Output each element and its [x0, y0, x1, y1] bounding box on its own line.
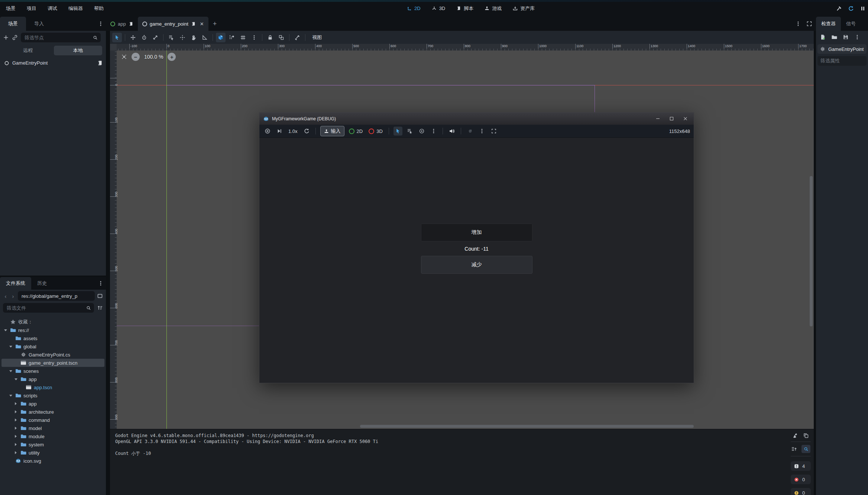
- file-tree-item[interactable]: model: [1, 424, 104, 432]
- select-tool-button[interactable]: [112, 33, 122, 42]
- move-tool-button[interactable]: [128, 33, 138, 42]
- file-tree-item[interactable]: app: [1, 400, 104, 408]
- filter-files-input[interactable]: [6, 305, 84, 311]
- reset-speed-button[interactable]: [302, 127, 311, 136]
- scene-tabs-menu-icon[interactable]: [795, 21, 801, 27]
- file-tree-item[interactable]: module: [1, 432, 104, 440]
- messages-badge[interactable]: 4: [791, 461, 811, 471]
- lock-node-button[interactable]: [265, 33, 275, 42]
- nav-forward-icon[interactable]: ›: [10, 293, 16, 299]
- collapse-duplicates-icon[interactable]: [791, 446, 797, 452]
- clear-output-icon[interactable]: [793, 433, 799, 439]
- center-view-icon[interactable]: [121, 54, 127, 60]
- new-scene-tab-button[interactable]: +: [208, 17, 221, 31]
- view-menu-button[interactable]: 视图: [308, 33, 326, 42]
- smart-snap-button[interactable]: [216, 33, 226, 42]
- copy-output-icon[interactable]: [803, 433, 809, 439]
- pixel-snap-button[interactable]: [227, 33, 237, 42]
- split-view-icon[interactable]: [97, 293, 103, 299]
- pan-tool-button[interactable]: [189, 33, 198, 42]
- warnings-badge[interactable]: 0: [791, 488, 811, 495]
- distraction-free-icon[interactable]: [806, 21, 812, 27]
- expand-arrow[interactable]: [13, 435, 18, 438]
- attached-script-icon[interactable]: [97, 60, 103, 66]
- file-tree-item[interactable]: assets: [1, 334, 104, 342]
- workspace-游戏[interactable]: 游戏: [485, 5, 502, 12]
- workspace-2d[interactable]: 2D: [407, 6, 421, 11]
- scale-tool-button[interactable]: [150, 33, 160, 42]
- filter-nodes-input[interactable]: [24, 35, 91, 41]
- file-tree-item[interactable]: app: [1, 375, 104, 383]
- select-options-button[interactable]: [429, 127, 438, 136]
- file-tree-item[interactable]: system: [1, 440, 104, 449]
- input-device-button[interactable]: [466, 127, 475, 136]
- file-tree-item[interactable]: scenes: [1, 367, 104, 375]
- tab-signals[interactable]: 信号: [841, 17, 861, 31]
- scene-tab-app[interactable]: app: [106, 17, 138, 31]
- list-select-button[interactable]: [166, 33, 176, 42]
- filesystem-menu-icon[interactable]: [98, 280, 104, 286]
- ruler-tool-button[interactable]: [200, 33, 210, 42]
- speed-multiplier[interactable]: 1.0x: [287, 128, 299, 134]
- tab-inspector[interactable]: 检查器: [816, 17, 841, 31]
- increase-button[interactable]: 增加: [421, 224, 532, 241]
- tab-history[interactable]: 历史: [31, 277, 53, 290]
- expand-arrow[interactable]: [13, 443, 18, 446]
- canvas-horizontal-scrollbar[interactable]: [360, 425, 694, 428]
- workspace-脚本[interactable]: 脚本: [456, 5, 473, 12]
- camera-override-button[interactable]: [417, 127, 426, 136]
- add-node-icon[interactable]: [3, 35, 9, 40]
- file-tree-item[interactable]: command: [1, 416, 104, 424]
- errors-badge[interactable]: 0: [791, 475, 811, 484]
- group-node-button[interactable]: [276, 33, 286, 42]
- inspector-menu-icon[interactable]: [854, 34, 860, 40]
- expand-arrow[interactable]: [8, 370, 13, 372]
- save-resource-icon[interactable]: [843, 34, 849, 40]
- canvas-vertical-scrollbar[interactable]: [810, 176, 813, 326]
- minimize-icon[interactable]: [655, 116, 660, 121]
- mode-2d-button[interactable]: 2D: [347, 128, 365, 134]
- scene-tab-game_entry_point[interactable]: game_entry_point✕: [138, 17, 208, 31]
- zoom-level[interactable]: 100.0 %: [144, 54, 163, 60]
- restart-icon[interactable]: [848, 6, 854, 12]
- expand-arrow[interactable]: [3, 329, 8, 331]
- menu-item[interactable]: 场景: [6, 5, 16, 12]
- inspected-node-row[interactable]: GameEntryPoint: [817, 44, 867, 54]
- expand-arrow[interactable]: [13, 451, 18, 454]
- new-resource-icon[interactable]: [820, 34, 826, 40]
- mode-3d-button[interactable]: 3D: [367, 128, 384, 134]
- input-mode-toggle[interactable]: 输入: [320, 126, 344, 136]
- suspend-button[interactable]: [263, 127, 272, 136]
- next-frame-button[interactable]: [275, 127, 284, 136]
- file-tree-item[interactable]: 收藏：: [1, 318, 104, 326]
- search-output-button[interactable]: [801, 445, 810, 453]
- nav-back-icon[interactable]: ‹: [3, 293, 8, 299]
- expand-arrow[interactable]: [13, 427, 18, 430]
- file-tree-item[interactable]: global: [1, 342, 104, 351]
- game-select-tool-button[interactable]: [393, 127, 402, 136]
- remote-button[interactable]: 远程: [4, 46, 52, 55]
- workspace-3d[interactable]: 3D: [432, 6, 446, 11]
- expand-arrow[interactable]: [13, 419, 18, 421]
- skeleton-options-button[interactable]: [292, 33, 302, 42]
- maximize-icon[interactable]: [669, 116, 674, 121]
- local-button[interactable]: 本地: [54, 46, 103, 55]
- tab-import-dock[interactable]: 导入: [26, 17, 52, 31]
- scene-tree-root-node[interactable]: GameEntryPoint: [0, 58, 106, 68]
- workspace-资产库[interactable]: 资产库: [513, 5, 535, 12]
- game-list-select-button[interactable]: [405, 127, 414, 136]
- expand-arrow[interactable]: [13, 378, 18, 380]
- file-tree-item[interactable]: app.tscn: [1, 383, 104, 391]
- scene-dock-menu-icon[interactable]: [104, 35, 106, 40]
- file-tree-item[interactable]: architecture: [1, 408, 104, 416]
- close-tab-icon[interactable]: ✕: [200, 21, 204, 27]
- file-tree-item[interactable]: res://: [1, 326, 104, 334]
- hammer-icon[interactable]: [836, 6, 842, 12]
- filter-properties-input[interactable]: 筛选属性: [817, 56, 867, 66]
- instance-scene-icon[interactable]: [12, 35, 18, 40]
- menu-item[interactable]: 帮助: [94, 5, 104, 12]
- close-icon[interactable]: [683, 116, 688, 121]
- decrease-button[interactable]: 减少: [421, 256, 532, 274]
- expand-arrow[interactable]: [8, 346, 13, 348]
- audio-mute-button[interactable]: [447, 127, 456, 136]
